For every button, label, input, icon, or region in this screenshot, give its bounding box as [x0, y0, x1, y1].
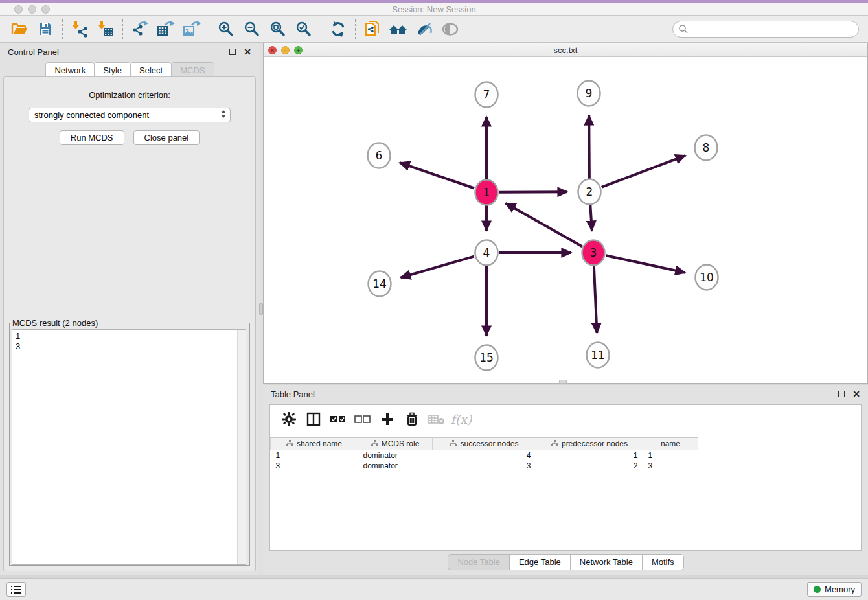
- tab-style[interactable]: Style: [94, 62, 131, 78]
- show-columns-icon[interactable]: [304, 410, 323, 429]
- table-cell[interactable]: 1: [271, 450, 358, 461]
- save-session-icon[interactable]: [34, 19, 56, 40]
- close-panel-button[interactable]: Close panel: [133, 130, 200, 145]
- mcds-result-box: MCDS result (2 nodes) 13: [9, 318, 250, 566]
- network-window-titlebar: × − + scc.txt: [264, 43, 867, 57]
- table-cell[interactable]: 1: [536, 450, 643, 461]
- table-row[interactable]: 3dominator323: [271, 461, 698, 471]
- apply-layout-icon[interactable]: [327, 19, 349, 40]
- open-session-icon[interactable]: [8, 19, 30, 40]
- graph-node-9[interactable]: 9: [578, 81, 600, 106]
- graph-edge-4-14[interactable]: [401, 257, 474, 278]
- graph-node-15[interactable]: 15: [475, 345, 498, 371]
- mcds-result-text[interactable]: 13: [12, 329, 246, 565]
- table-toolbar: f(x): [270, 405, 861, 433]
- close-table-panel-icon[interactable]: ✕: [852, 391, 860, 397]
- graph-node-3[interactable]: 3: [582, 240, 605, 266]
- graph-edge-2-3[interactable]: [590, 205, 592, 231]
- graph-edge-2-9[interactable]: [589, 115, 589, 179]
- search-input[interactable]: [689, 25, 844, 34]
- table-cell[interactable]: 1: [643, 450, 698, 461]
- graph-node-4[interactable]: 4: [475, 240, 498, 266]
- deselect-all-columns-icon[interactable]: [353, 410, 372, 429]
- toolbar-separator: [355, 19, 356, 39]
- table-panel-title: Table Panel: [271, 389, 315, 399]
- delete-column-trash-icon[interactable]: [402, 410, 422, 429]
- column-header-successor-nodes[interactable]: successor nodes: [433, 438, 536, 450]
- graph-node-label: 7: [483, 88, 490, 101]
- graph-node-7[interactable]: 7: [475, 82, 498, 108]
- graph-node-11[interactable]: 11: [587, 343, 610, 368]
- graph-edge-2-8[interactable]: [602, 156, 685, 187]
- run-mcds-button[interactable]: Run MCDS: [60, 130, 124, 145]
- table-cell[interactable]: dominator: [358, 450, 433, 461]
- graph-node-1[interactable]: 1: [475, 180, 498, 205]
- clone-network-icon[interactable]: [361, 19, 383, 40]
- table-cell[interactable]: 3: [643, 461, 698, 471]
- graph-node-label: 9: [586, 87, 593, 100]
- network-canvas[interactable]: 7968124314101511: [264, 57, 867, 383]
- graph-edge-3-10[interactable]: [606, 255, 685, 273]
- column-header-name[interactable]: name: [643, 438, 698, 450]
- list-icon: [11, 585, 21, 594]
- import-network-icon[interactable]: [69, 19, 91, 40]
- float-table-panel-icon[interactable]: [838, 391, 845, 397]
- memory-button[interactable]: Memory: [807, 582, 862, 597]
- export-table-icon[interactable]: [155, 19, 177, 40]
- ndex-icon[interactable]: [387, 19, 409, 40]
- network-title: scc.txt: [264, 45, 867, 55]
- tab-mcds[interactable]: MCDS: [171, 62, 214, 78]
- table-row[interactable]: 1dominator411: [271, 450, 698, 461]
- graph-node-label: 8: [703, 141, 710, 154]
- window-title: Session: New Session: [0, 5, 868, 14]
- float-panel-icon[interactable]: [229, 49, 236, 55]
- tab-network-table[interactable]: Network Table: [570, 554, 643, 570]
- table-cell[interactable]: 4: [433, 450, 536, 461]
- close-panel-icon[interactable]: ✕: [244, 49, 251, 55]
- hide-graphics-details-icon[interactable]: [413, 19, 435, 40]
- table-cell[interactable]: 2: [536, 461, 643, 471]
- optimization-criterion-select[interactable]: strongly connected component: [29, 108, 231, 122]
- graph-node-8[interactable]: 8: [695, 135, 718, 161]
- tab-node-table[interactable]: Node Table: [448, 554, 510, 570]
- graph-node-2[interactable]: 2: [578, 179, 601, 205]
- birds-eye-icon[interactable]: [439, 19, 461, 40]
- graph-edge-1-2[interactable]: [499, 192, 567, 192]
- zoom-in-icon[interactable]: [215, 19, 237, 40]
- graph-edge-3-1[interactable]: [506, 203, 582, 246]
- zoom-selected-icon[interactable]: [293, 19, 315, 40]
- graph-node-label: 15: [479, 351, 494, 364]
- graph-node-6[interactable]: 6: [368, 143, 391, 168]
- mcds-result-title: MCDS result (2 nodes): [11, 318, 99, 328]
- column-header-MCDS-role[interactable]: MCDS role: [358, 438, 433, 450]
- memory-status-icon: [814, 586, 821, 593]
- horizontal-splitter-grip[interactable]: [559, 380, 567, 384]
- graph-edge-3-11[interactable]: [594, 266, 597, 333]
- export-image-icon[interactable]: [181, 19, 203, 40]
- tab-motifs[interactable]: Motifs: [642, 554, 684, 570]
- graph-node-label: 2: [586, 185, 593, 198]
- tab-edge-table[interactable]: Edge Table: [509, 554, 571, 570]
- network-view-window: × − + scc.txt 7968124314101511: [263, 43, 868, 384]
- graph-node-14[interactable]: 14: [369, 271, 391, 297]
- tab-select[interactable]: Select: [130, 62, 172, 78]
- select-all-columns-icon[interactable]: [328, 410, 348, 429]
- table-cell[interactable]: 3: [433, 461, 536, 471]
- graph-edge-1-6[interactable]: [400, 163, 474, 188]
- table-cell[interactable]: dominator: [358, 461, 433, 471]
- zoom-out-icon[interactable]: [241, 19, 263, 40]
- create-column-icon[interactable]: [378, 410, 397, 429]
- column-header-shared-name[interactable]: shared name: [271, 438, 358, 450]
- tab-network[interactable]: Network: [45, 62, 95, 78]
- control-panel-tabs: Network Style Select MCDS: [0, 62, 259, 78]
- export-network-icon[interactable]: [129, 19, 151, 40]
- zoom-fit-icon[interactable]: [267, 19, 289, 40]
- import-table-icon[interactable]: [95, 19, 117, 40]
- result-scrollbar[interactable]: [237, 330, 246, 564]
- task-history-button[interactable]: [6, 582, 26, 597]
- table-cell[interactable]: 3: [271, 461, 358, 471]
- table-settings-gear-icon[interactable]: [279, 410, 299, 429]
- mcds-result-line: 3: [16, 341, 246, 352]
- column-header-predecessor-nodes[interactable]: predecessor nodes: [536, 438, 643, 450]
- graph-node-10[interactable]: 10: [696, 265, 718, 290]
